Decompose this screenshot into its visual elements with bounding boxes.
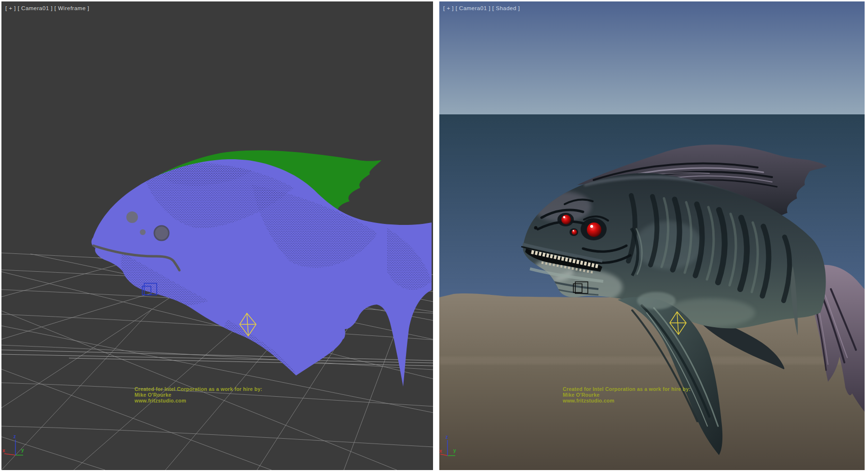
axis-z-label: z: [14, 434, 16, 439]
eye-small: [572, 230, 577, 235]
axis-x-label: x: [439, 448, 442, 454]
max-viewport-split: [ + ] [ Camera01 ] [ Wireframe ]: [0, 0, 868, 472]
ground-light-band: [439, 357, 865, 364]
eye-medium: [561, 215, 571, 224]
axis-y-label: y: [21, 447, 24, 453]
eye-small-highlight: [573, 230, 574, 232]
watermark-line2: Mike O'Rourke: [135, 392, 171, 398]
eye-large-highlight: [590, 225, 593, 228]
eye-spot-2: [140, 229, 146, 235]
viewport-camera01-shaded[interactable]: [ + ] [ Camera01 ] [ Shaded ]: [439, 1, 865, 470]
watermark-line3: www.fritzstudio.com: [134, 398, 186, 403]
viewport-label-shaded[interactable]: [ + ] [ Camera01 ] [ Shaded ]: [443, 5, 520, 11]
axis-y-label: y: [453, 448, 456, 453]
viewport-camera01-wireframe[interactable]: [ + ] [ Camera01 ] [ Wireframe ]: [1, 1, 433, 470]
shaded-scene: Created for Intel Corporation as a work …: [439, 1, 865, 470]
axis-x-label: x: [2, 448, 5, 453]
eye-spot-1: [126, 211, 138, 223]
sky: [439, 1, 865, 114]
eye-medium-highlight: [563, 216, 565, 218]
nostril: [534, 226, 538, 230]
axis-z-label: z: [446, 434, 448, 440]
watermark-line3: www.fritzstudio.com: [562, 398, 614, 403]
eye-spot-3: [154, 226, 169, 240]
watermark-line1: Created for Intel Corporation as a work …: [135, 386, 262, 392]
wireframe-scene: Created for Intel Corporation as a work …: [1, 1, 433, 470]
eye-large: [587, 222, 601, 237]
watermark-line1: Created for Intel Corporation as a work …: [563, 386, 691, 392]
viewport-label-wireframe[interactable]: [ + ] [ Camera01 ] [ Wireframe ]: [5, 5, 89, 11]
watermark-line2: Mike O'Rourke: [563, 392, 599, 398]
